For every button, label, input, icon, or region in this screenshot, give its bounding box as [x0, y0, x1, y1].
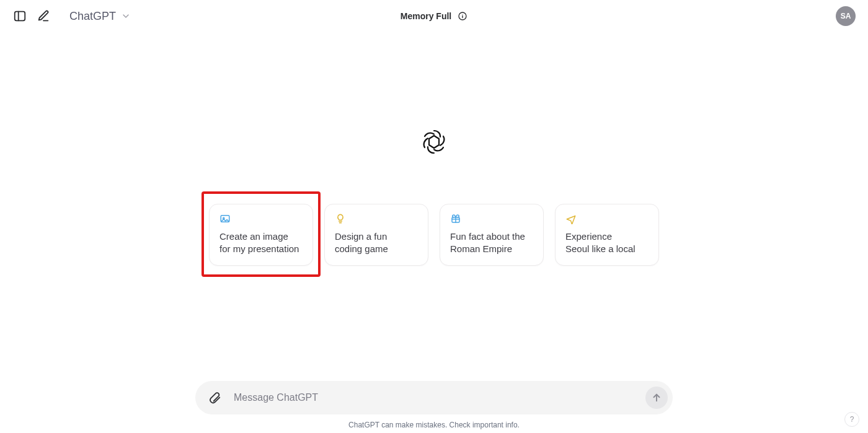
image-icon [219, 213, 303, 224]
compose-icon [37, 9, 50, 23]
top-bar-right: SA [836, 6, 856, 26]
suggestion-line2: for my presentation [219, 243, 303, 255]
attach-button[interactable] [208, 391, 221, 405]
svg-rect-0 [15, 12, 25, 21]
suggestion-line2: Seoul like a local [565, 243, 649, 255]
toggle-sidebar-button[interactable] [12, 9, 27, 24]
suggestion-line1: Fun fact about the [450, 230, 533, 243]
suggestion-cards: Create an image for my presentation Desi… [209, 204, 659, 266]
composer-input-wrap [195, 381, 673, 414]
svg-point-4 [463, 14, 463, 15]
suggestion-line1: Create an image [219, 230, 303, 243]
composer [195, 381, 673, 414]
gift-icon [450, 213, 533, 224]
memory-status[interactable]: Memory Full [401, 11, 451, 21]
lightbulb-icon [335, 213, 418, 224]
openai-logo-icon [419, 127, 449, 157]
footer-disclaimer: ChatGPT can make mistakes. Check importa… [0, 421, 868, 429]
avatar[interactable]: SA [836, 6, 856, 26]
suggestion-card-roman-empire[interactable]: Fun fact about the Roman Empire [440, 204, 544, 266]
suggestion-line1: Experience [565, 230, 649, 243]
suggestion-text: Create an image for my presentation [219, 230, 303, 256]
help-label: ? [850, 415, 854, 424]
plane-icon [565, 213, 649, 224]
home-center: Create an image for my presentation Desi… [0, 127, 868, 266]
chevron-down-icon [121, 11, 131, 21]
suggestion-line2: Roman Empire [450, 243, 533, 255]
suggestion-line2: coding game [335, 243, 418, 255]
send-button[interactable] [645, 387, 668, 409]
top-bar: ChatGPT Memory Full SA [12, 6, 856, 26]
message-input[interactable] [232, 391, 634, 404]
sidebar-icon [13, 9, 27, 23]
suggestion-card-create-image[interactable]: Create an image for my presentation [209, 204, 313, 266]
app-root: ChatGPT Memory Full SA [0, 0, 868, 433]
avatar-initials: SA [841, 12, 851, 20]
info-icon [458, 11, 467, 21]
help-button[interactable]: ? [844, 412, 859, 427]
suggestion-text: Fun fact about the Roman Empire [450, 230, 533, 256]
paperclip-icon [208, 391, 221, 405]
top-bar-center: Memory Full [12, 11, 856, 21]
suggestion-text: Experience Seoul like a local [565, 230, 649, 256]
svg-marker-5 [429, 136, 439, 148]
suggestion-text: Design a fun coding game [335, 230, 418, 256]
suggestion-card-coding-game[interactable]: Design a fun coding game [324, 204, 428, 266]
model-name: ChatGPT [69, 10, 116, 23]
arrow-up-icon [651, 392, 662, 403]
model-selector[interactable]: ChatGPT [60, 10, 131, 23]
top-bar-left: ChatGPT [12, 9, 131, 24]
suggestion-line1: Design a fun [335, 230, 418, 243]
suggestion-card-seoul[interactable]: Experience Seoul like a local [555, 204, 659, 266]
memory-info-button[interactable] [458, 11, 467, 21]
new-chat-button[interactable] [36, 9, 51, 24]
